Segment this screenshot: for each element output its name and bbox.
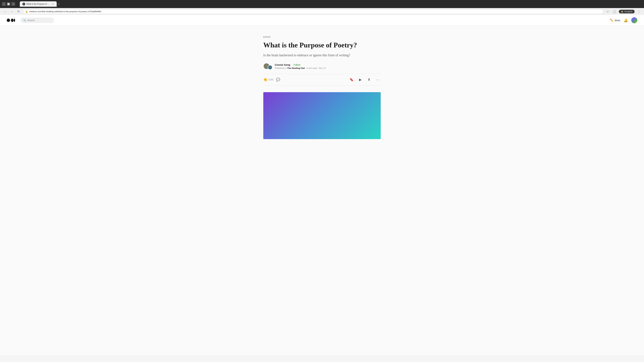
new-tab-button[interactable]: + xyxy=(57,2,61,7)
comment-button[interactable]: 💬 xyxy=(276,78,280,82)
share-button[interactable]: ⬆ xyxy=(366,77,372,83)
bookmark-button[interactable]: ☆ xyxy=(606,9,610,14)
author-name-row: Connie Song · Follow xyxy=(275,63,326,66)
svg-point-0 xyxy=(7,18,10,22)
medium-page: 🔍 Search ✏️ Write 🔔 ESSAY What is the Pu… xyxy=(0,15,644,355)
article-subtitle: Is the brain hardwired to embrace or ign… xyxy=(263,53,381,58)
clap-button[interactable]: 👏 5.5K xyxy=(263,78,273,82)
incognito-label: Incognito xyxy=(624,10,632,13)
action-right: 🔖 ▶ ⬆ ··· xyxy=(348,77,381,83)
notification-button[interactable]: 🔔 xyxy=(624,18,628,22)
svg-point-2 xyxy=(14,18,15,22)
bookmark-save-icon: 🔖 xyxy=(350,78,354,82)
refresh-button[interactable]: ↻ xyxy=(16,9,21,14)
action-bar: 👏 5.5K 💬 🔖 ▶ ⬆ ··· xyxy=(263,74,381,85)
save-button[interactable]: 🔖 xyxy=(348,77,354,83)
search-bar[interactable]: 🔍 Search xyxy=(20,17,54,23)
article-date: Dec 13 xyxy=(319,67,326,69)
author-meta: Published in The Howling Owl · 5 min rea… xyxy=(275,67,326,69)
read-time: 5 min read xyxy=(306,67,317,69)
author-name[interactable]: Connie Song xyxy=(275,63,290,66)
tab-favicon: M xyxy=(22,3,25,5)
clap-icon: 👏 xyxy=(263,78,268,82)
window-controls: — ⬜ ✕ xyxy=(2,2,15,6)
close-button[interactable]: ✕ xyxy=(12,2,15,6)
author-avatars xyxy=(263,63,272,70)
header-right: ✏️ Write 🔔 xyxy=(610,17,637,23)
tab-title: What is the Purpose of Poetry?... xyxy=(26,3,50,5)
write-button[interactable]: ✏️ Write xyxy=(610,18,620,22)
tab-bar: M What is the Purpose of Poetry?... ✕ + xyxy=(18,1,642,7)
article-container: ESSAY What is the Purpose of Poetry? Is … xyxy=(260,26,384,146)
play-icon: ▶ xyxy=(359,78,362,82)
maximize-button[interactable]: ⬜ xyxy=(7,2,10,6)
action-left: 👏 5.5K 💬 xyxy=(263,78,280,82)
minimize-button[interactable]: — xyxy=(2,2,6,6)
address-bar: ← → ↻ 🔒 medium.com/the-howling-owl/what-… xyxy=(0,8,644,15)
more-button[interactable]: ··· xyxy=(375,77,381,83)
back-button[interactable]: ← xyxy=(3,9,8,14)
secure-lock-icon: 🔒 xyxy=(25,10,28,13)
article-tag: ESSAY xyxy=(263,36,381,38)
comment-icon: 💬 xyxy=(276,78,280,82)
menu-button[interactable]: ⋮ xyxy=(636,9,641,14)
medium-logo[interactable] xyxy=(7,18,15,23)
forward-button[interactable]: → xyxy=(10,9,14,14)
follow-button[interactable]: Follow xyxy=(294,63,300,66)
incognito-badge: 🕵️ Incognito xyxy=(619,10,634,13)
ellipsis-icon: ··· xyxy=(376,78,379,82)
url-bar[interactable]: 🔒 medium.com/the-howling-owl/what-is-the… xyxy=(23,9,604,14)
extensions-button[interactable]: ⬜ xyxy=(612,9,617,14)
article-title: What is the Purpose of Poetry? xyxy=(263,41,381,49)
search-placeholder: Search xyxy=(27,19,35,22)
author-info: Connie Song · Follow Published in The Ho… xyxy=(275,63,326,69)
user-avatar[interactable] xyxy=(631,17,637,23)
tab-close-button[interactable]: ✕ xyxy=(51,3,54,5)
pencil-icon: ✏️ xyxy=(610,18,614,22)
incognito-icon: 🕵️ xyxy=(621,10,623,13)
medium-header: 🔍 Search ✏️ Write 🔔 xyxy=(0,15,644,26)
author-avatar-publication xyxy=(268,65,272,70)
hero-image xyxy=(263,92,381,139)
write-label: Write xyxy=(614,19,620,22)
browser-chrome: — ⬜ ✕ M What is the Purpose of Poetry?..… xyxy=(0,0,644,15)
published-in-label: Published in xyxy=(275,67,286,69)
title-bar: — ⬜ ✕ M What is the Purpose of Poetry?..… xyxy=(0,0,644,8)
active-tab[interactable]: M What is the Purpose of Poetry?... ✕ xyxy=(20,1,57,7)
search-icon: 🔍 xyxy=(23,19,26,22)
author-section: Connie Song · Follow Published in The Ho… xyxy=(263,63,381,70)
meta-sep-1: · xyxy=(306,67,306,69)
address-actions: ☆ ⬜ 🕵️ Incognito ⋮ xyxy=(606,9,641,14)
listen-button[interactable]: ▶ xyxy=(357,77,363,83)
svg-point-1 xyxy=(11,18,14,22)
publication-link[interactable]: The Howling Owl xyxy=(287,67,305,69)
share-icon: ⬆ xyxy=(368,78,370,82)
clap-count: 5.5K xyxy=(268,78,273,81)
author-separator: · xyxy=(292,63,292,66)
url-text: medium.com/the-howling-owl/what-is-the-p… xyxy=(29,10,101,13)
